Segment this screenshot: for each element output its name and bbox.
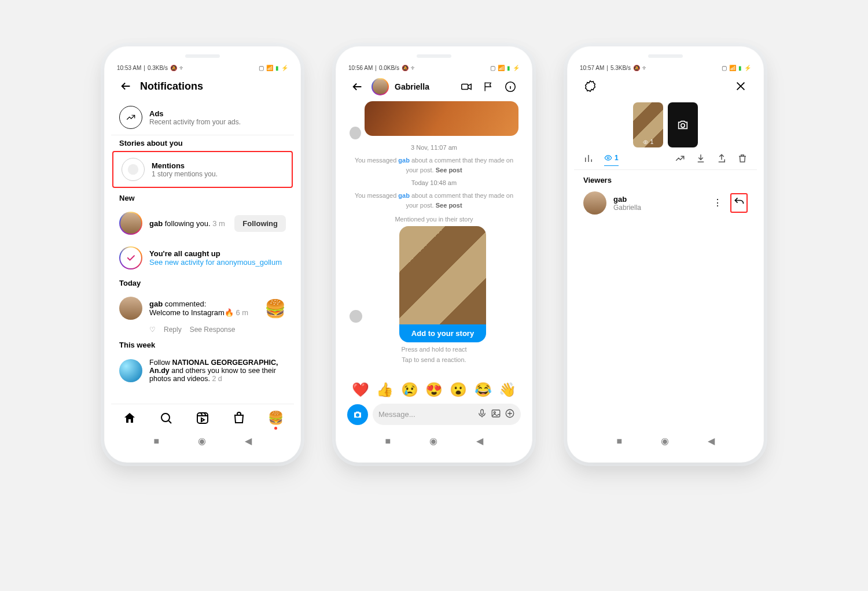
stats-icon[interactable] — [583, 153, 594, 166]
share-icon[interactable] — [716, 153, 727, 166]
follow-suggestion-row[interactable]: Follow NATIONAL GEORGEGRAPHIC, An.dy and… — [111, 353, 294, 389]
header: Notifications — [111, 72, 294, 100]
system-msg-2: You messaged gab about a comment that th… — [350, 191, 518, 210]
message-input[interactable]: Message... — [373, 404, 521, 425]
commenter-avatar[interactable] — [119, 297, 142, 320]
post-thumbnail[interactable]: 🍔 — [264, 298, 286, 319]
mentions-subtitle: 1 story mentions you. — [152, 170, 284, 178]
android-status-bar: 10:56 AM| 0.0KB/s 🔕 ᯤ ▢ 📶 ▮ ⚡ — [343, 61, 525, 72]
delete-icon[interactable] — [737, 153, 748, 166]
android-recent-button[interactable]: ■ — [616, 436, 622, 446]
android-home-button[interactable]: ◉ — [429, 435, 437, 446]
reply-button[interactable] — [730, 193, 748, 213]
see-post-link[interactable]: See post — [436, 202, 462, 209]
home-icon[interactable] — [122, 410, 138, 426]
profile-icon[interactable]: 🍔 — [267, 410, 284, 426]
android-back-button[interactable]: ◀ — [476, 435, 483, 446]
caught-up-link[interactable]: See new activity for anonymous_gollum — [149, 258, 282, 267]
comment-row[interactable]: gab commented: Welcome to Instagram🔥 6 m… — [111, 291, 294, 326]
viewer-avatar[interactable] — [583, 191, 606, 215]
emoji-crying[interactable]: 😢 — [401, 382, 418, 398]
mini-avatar[interactable] — [350, 310, 362, 323]
status-net: 0.0KB/s — [379, 65, 399, 71]
more-options-button[interactable]: ⋮ — [713, 198, 722, 208]
add-to-story-button[interactable]: Add to your story — [399, 324, 486, 342]
viewer-fullname: Gabriella — [613, 204, 706, 212]
settings-button[interactable] — [582, 78, 598, 94]
status-time: 10:57 AM — [580, 65, 604, 71]
emoji-reaction-row: ❤️ 👍 😢 😍 😮 😂 👋 — [343, 378, 525, 399]
status-time: 10:53 AM — [117, 65, 141, 71]
wifi-icon: 📶 — [498, 65, 505, 71]
message-composer: Message... — [343, 399, 525, 430]
mentions-row[interactable]: Mentions 1 story mentions you. — [112, 151, 293, 188]
suggestion-prefix: Follow — [149, 359, 172, 367]
viewer-username: gab — [613, 195, 706, 204]
suggestion-avatar[interactable] — [119, 359, 142, 382]
ads-row[interactable]: Ads Recent activity from your ads. — [111, 100, 294, 135]
emoji-heart-eyes[interactable]: 😍 — [425, 382, 443, 398]
back-button[interactable] — [350, 79, 366, 95]
caught-up-row: You're all caught up See new activity fo… — [111, 241, 294, 275]
story-thumb-1[interactable]: 1 — [633, 102, 663, 147]
see-post-link[interactable]: See post — [436, 167, 462, 173]
insights-icon[interactable] — [675, 153, 685, 166]
mic-icon[interactable] — [477, 408, 487, 420]
story-mention-card[interactable]: Add to your story — [399, 226, 486, 342]
follower-avatar[interactable] — [119, 212, 142, 235]
info-button[interactable] — [502, 79, 518, 95]
dm-header: Gabriella — [343, 72, 525, 101]
follower-time: 3 m — [212, 219, 225, 228]
emoji-wave[interactable]: 👋 — [499, 382, 516, 398]
new-follower-row[interactable]: gab following you. 3 m Following — [111, 206, 294, 241]
sticker-icon[interactable] — [505, 408, 515, 420]
emoji-heart[interactable]: ❤️ — [352, 382, 369, 398]
battery-icon: ▮ — [275, 65, 279, 71]
send-reaction-hint: Tap to send a reaction. — [350, 356, 518, 363]
reply-action[interactable]: Reply — [164, 326, 182, 334]
dm-avatar[interactable] — [372, 78, 389, 95]
back-button[interactable] — [118, 78, 134, 94]
video-call-button[interactable] — [458, 79, 475, 95]
emoji-laughing[interactable]: 😂 — [475, 382, 492, 398]
cast-icon: ▢ — [490, 65, 495, 71]
close-button[interactable] — [733, 78, 749, 94]
today-section-label: Today — [111, 275, 294, 291]
android-home-button[interactable]: ◉ — [198, 435, 206, 446]
android-status-bar: 10:53 AM | 0.3KB/s 🔕 ᯤ ▢ 📶 ▮ ⚡ — [111, 61, 294, 72]
reels-icon[interactable] — [194, 410, 211, 426]
mini-avatar[interactable] — [350, 127, 361, 139]
android-nav-bar: ■ ◉ ◀ — [111, 430, 294, 451]
android-back-button[interactable]: ◀ — [245, 435, 252, 446]
viewers-tab[interactable]: 1 — [604, 154, 619, 166]
camera-button[interactable] — [347, 404, 368, 425]
story-header — [574, 72, 757, 100]
emoji-thumbs-up[interactable]: 👍 — [376, 382, 393, 398]
story-toolbar: 1 — [574, 153, 757, 169]
story-reply-image[interactable] — [365, 101, 518, 136]
gallery-icon[interactable] — [491, 408, 501, 420]
mentions-title: Mentions — [152, 161, 284, 170]
add-story-thumb[interactable] — [668, 102, 698, 147]
message-placeholder: Message... — [378, 410, 415, 419]
flag-button[interactable] — [480, 79, 496, 95]
android-back-button[interactable]: ◀ — [708, 435, 715, 446]
download-icon[interactable] — [696, 153, 706, 166]
shop-icon[interactable] — [231, 410, 247, 426]
follower-action: following you. — [165, 219, 211, 228]
android-recent-button[interactable]: ■ — [385, 436, 391, 446]
emoji-surprised[interactable]: 😮 — [450, 382, 467, 398]
following-button[interactable]: Following — [234, 215, 286, 232]
mention-label: Mentioned you in their story — [350, 216, 518, 223]
see-response-action[interactable]: See Response — [190, 326, 236, 334]
heart-icon[interactable]: ♡ — [149, 326, 156, 334]
viewer-row[interactable]: gab Gabriella ⋮ — [574, 188, 757, 218]
page-title: Notifications — [140, 80, 203, 93]
checkmark-icon — [119, 246, 142, 269]
charging-icon: ⚡ — [744, 65, 751, 71]
android-home-button[interactable]: ◉ — [661, 435, 669, 446]
android-recent-button[interactable]: ■ — [153, 436, 159, 446]
dm-name[interactable]: Gabriella — [395, 82, 453, 91]
charging-icon: ⚡ — [513, 65, 520, 71]
search-icon[interactable] — [158, 410, 174, 426]
